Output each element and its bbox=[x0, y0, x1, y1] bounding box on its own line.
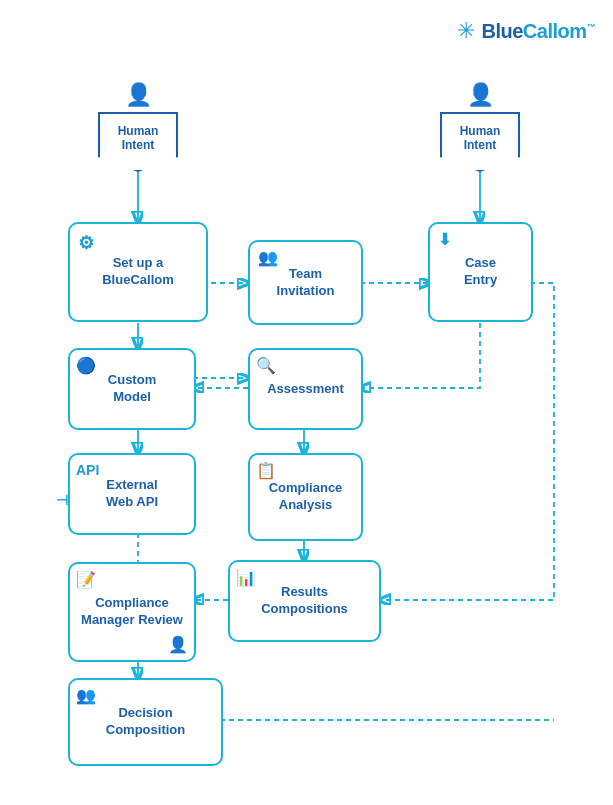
decision-composition-node: 👥 Decision Composition bbox=[68, 678, 223, 766]
team-invitation-node: 👥 Team Invitation bbox=[248, 240, 363, 325]
gear-icon: ⚙ bbox=[78, 232, 94, 255]
external-api-node: API ⊣ External Web API bbox=[68, 453, 196, 535]
team-invitation-label: Team Invitation bbox=[277, 266, 335, 300]
person-icon-cm: 👤 bbox=[168, 635, 188, 656]
results-compositions-node: 📊 Results Compositions bbox=[228, 560, 381, 642]
diagram: ✳ BlueCallom™ bbox=[0, 0, 613, 805]
external-api-label: External Web API bbox=[106, 477, 158, 511]
human-icon-right: 👤 bbox=[467, 82, 494, 108]
logo-text: BlueCallom™ bbox=[481, 20, 595, 43]
decision-composition-label: Decision Composition bbox=[106, 705, 185, 739]
setup-node: ⚙ Set up a BlueCallom bbox=[68, 222, 208, 322]
api-icon: API bbox=[76, 461, 99, 479]
compliance-manager-node: 📝 👤 Compliance Manager Review bbox=[68, 562, 196, 662]
custom-model-node: 🔵 Custom Model bbox=[68, 348, 196, 430]
assessment-icon: 🔍 bbox=[256, 356, 276, 377]
human-intent-right: 👤 HumanIntent bbox=[440, 82, 520, 172]
compliance-analysis-node: 📋 Compliance Analysis bbox=[248, 453, 363, 541]
decision-icon: 👥 bbox=[76, 686, 96, 707]
results-compositions-label: Results Compositions bbox=[261, 584, 348, 618]
plug-icon: ⊣ bbox=[56, 491, 68, 509]
custom-model-label: Custom Model bbox=[108, 372, 156, 406]
pentagon-left: HumanIntent bbox=[98, 112, 178, 172]
assessment-node: 🔍 Assessment bbox=[248, 348, 363, 430]
setup-label: Set up a BlueCallom bbox=[102, 255, 174, 289]
compliance-manager-label: Compliance Manager Review bbox=[81, 595, 183, 629]
assessment-label: Assessment bbox=[267, 381, 344, 398]
case-icon: ⬇ bbox=[438, 230, 451, 251]
compliance-analysis-icon: 📋 bbox=[256, 461, 276, 482]
logo-icon: ✳ bbox=[457, 18, 475, 44]
human-icon-left: 👤 bbox=[125, 82, 152, 108]
case-entry-node: ⬇ Case Entry bbox=[428, 222, 533, 322]
results-icon: 📊 bbox=[236, 568, 256, 589]
pentagon-right: HumanIntent bbox=[440, 112, 520, 172]
model-icon: 🔵 bbox=[76, 356, 96, 377]
compliance-analysis-label: Compliance Analysis bbox=[269, 480, 343, 514]
team-icon: 👥 bbox=[258, 248, 278, 269]
case-entry-label: Case Entry bbox=[464, 255, 497, 289]
logo: ✳ BlueCallom™ bbox=[457, 18, 595, 44]
human-intent-left: 👤 HumanIntent bbox=[98, 82, 178, 172]
compliance-manager-icon: 📝 bbox=[76, 570, 96, 591]
